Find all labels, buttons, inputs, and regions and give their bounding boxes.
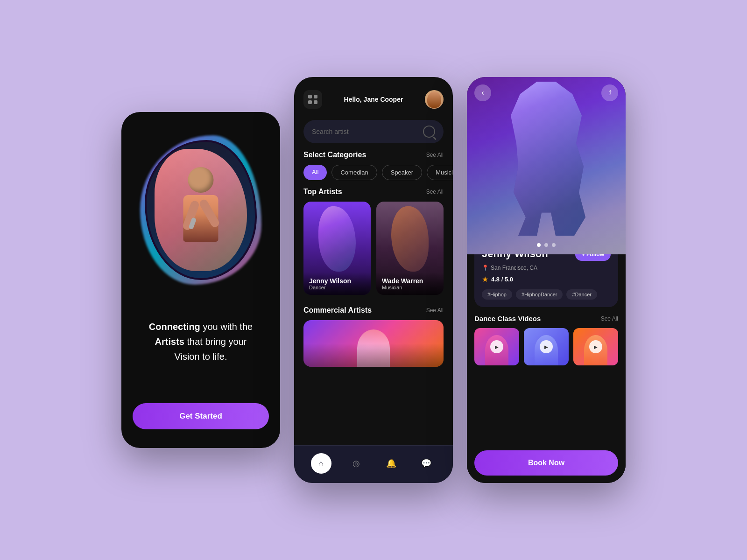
bottom-navigation: ⌂ ◎ 🔔 💬	[294, 445, 453, 483]
category-chip-all[interactable]: All	[303, 165, 327, 180]
categories-see-all[interactable]: See All	[426, 152, 444, 158]
artist-info-wade: Wade Warren Musician	[376, 273, 444, 295]
artist-tags: #Hiphop #HiphopDancer #Dancer	[482, 289, 611, 300]
grid-dot	[314, 100, 317, 104]
artist-role-wade: Musician	[382, 285, 438, 290]
book-now-button[interactable]: Book Now	[474, 450, 618, 476]
categories-header: Select Categories See All	[294, 151, 453, 165]
dancer-body	[318, 206, 356, 272]
dot-3[interactable]	[552, 243, 556, 247]
search-placeholder-text: Search artist	[312, 128, 418, 135]
dot-1[interactable]	[537, 243, 541, 247]
categories-list: All Comedian Speaker Musician	[294, 165, 453, 188]
image-dots	[537, 243, 556, 247]
tagline: Connecting you with the Artists that bri…	[149, 319, 253, 364]
artist-role-jenny: Dancer	[309, 285, 365, 290]
artist-card-jenny[interactable]: Jenny Wilson Dancer	[303, 202, 371, 295]
category-chip-speaker[interactable]: Speaker	[382, 165, 422, 180]
nav-home[interactable]: ⌂	[311, 453, 331, 474]
back-button[interactable]: ‹	[474, 84, 491, 101]
commercial-see-all[interactable]: See All	[426, 307, 444, 314]
nav-explore[interactable]: ◎	[346, 453, 366, 474]
greeting-text: Hello, Jane Cooper	[344, 96, 403, 103]
tagline-text2: that bring your	[184, 336, 247, 347]
person-head	[188, 167, 214, 193]
share-button[interactable]: ⤴	[601, 84, 618, 101]
commercial-figure	[357, 329, 390, 367]
artist-card-header: Jenny Wilson + Follow	[482, 254, 611, 261]
commercial-title: Commercial Artists	[303, 306, 372, 315]
tag-dancer[interactable]: #Dancer	[566, 289, 597, 300]
user-avatar[interactable]	[425, 90, 444, 109]
search-bar[interactable]: Search artist	[303, 120, 444, 143]
location-text: San Francisco, CA	[491, 265, 537, 271]
rating-value: 4.8 / 5.0	[491, 276, 513, 283]
artist-location: 📍 San Francisco, CA	[482, 265, 611, 271]
artist-info-jenny: Jenny Wilson Dancer	[303, 273, 371, 295]
videos-grid: ▶ ▶ ▶	[474, 328, 618, 365]
artist-info-card: Jenny Wilson + Follow 📍 San Francisco, C…	[474, 254, 618, 307]
hero-dancer	[500, 82, 593, 236]
grid-dot	[314, 95, 317, 98]
location-pin-icon: 📍	[482, 265, 489, 271]
top-artists-see-all[interactable]: See All	[426, 189, 444, 195]
star-icon: ★	[482, 275, 488, 284]
videos-section: Dance Class Videos See All ▶ ▶ ▶	[467, 307, 626, 369]
phone-onboarding: Connecting you with the Artists that bri…	[121, 112, 280, 448]
phone-profile: ‹ ⤴ Jenny Wilson + Follow 📍	[467, 77, 626, 483]
greeting-name: Jane Cooper	[364, 96, 403, 103]
dancer-highlight	[500, 82, 593, 236]
person-shape	[169, 149, 233, 272]
get-started-button[interactable]: Get Started	[133, 403, 269, 429]
artist-rating: ★ 4.8 / 5.0	[482, 275, 611, 284]
category-chip-musician[interactable]: Musician	[427, 165, 453, 180]
phone-discovery: Hello, Jane Cooper Search artist Select …	[294, 77, 453, 483]
video-thumb-3[interactable]: ▶	[573, 328, 618, 365]
top-artists-header: Top Artists See All	[294, 188, 453, 202]
chat-icon: 💬	[421, 458, 431, 469]
tagline-bold1: Connecting	[149, 322, 200, 332]
dot-2[interactable]	[544, 243, 548, 247]
tagline-text1: you with the	[200, 322, 253, 332]
video-thumb-1[interactable]: ▶	[474, 328, 519, 365]
commercial-header: Commercial Artists See All	[294, 306, 453, 320]
tag-hiphopdancer[interactable]: #HiphopDancer	[516, 289, 563, 300]
greeting-prefix: Hello,	[344, 96, 362, 103]
menu-grid-icon[interactable]	[303, 90, 322, 109]
musician-body	[391, 206, 429, 272]
share-icon: ⤴	[608, 89, 612, 97]
videos-see-all[interactable]: See All	[601, 315, 618, 322]
hero-image: ‹ ⤴	[467, 77, 626, 254]
nav-notifications[interactable]: 🔔	[381, 453, 402, 474]
tagline-text3: Vision to life.	[174, 351, 227, 362]
avatar-image	[427, 91, 441, 108]
musician-figure	[391, 206, 429, 272]
search-icon	[423, 126, 435, 138]
app-header: Hello, Jane Cooper	[294, 77, 453, 116]
artist-blob-frame	[140, 135, 261, 285]
grid-dot	[308, 95, 312, 98]
dancer-clip	[500, 82, 593, 236]
artist-image	[147, 142, 255, 278]
dancer-figure	[318, 206, 356, 272]
artist-card-wade[interactable]: Wade Warren Musician	[376, 202, 444, 295]
categories-title: Select Categories	[303, 151, 366, 159]
commercial-card[interactable]	[303, 320, 444, 367]
artists-grid: Jenny Wilson Dancer Wade Warren Musician	[294, 202, 453, 302]
video-thumb-2[interactable]: ▶	[524, 328, 569, 365]
artist-name: Jenny Wilson	[482, 254, 548, 260]
tag-hiphop[interactable]: #Hiphop	[482, 289, 512, 300]
play-button-3[interactable]: ▶	[589, 340, 602, 353]
artist-name-jenny: Jenny Wilson	[309, 277, 365, 285]
play-button-1[interactable]: ▶	[490, 340, 503, 353]
top-artists-title: Top Artists	[303, 188, 342, 196]
nav-messages[interactable]: 💬	[416, 453, 437, 474]
play-button-2[interactable]: ▶	[540, 340, 553, 353]
bell-icon: 🔔	[386, 458, 396, 469]
tagline-bold2: Artists	[155, 336, 184, 347]
category-chip-comedian[interactable]: Comedian	[331, 165, 377, 180]
spacer	[467, 369, 626, 378]
grid-dot	[308, 100, 312, 104]
back-icon: ‹	[481, 89, 484, 97]
follow-button[interactable]: + Follow	[575, 254, 611, 261]
